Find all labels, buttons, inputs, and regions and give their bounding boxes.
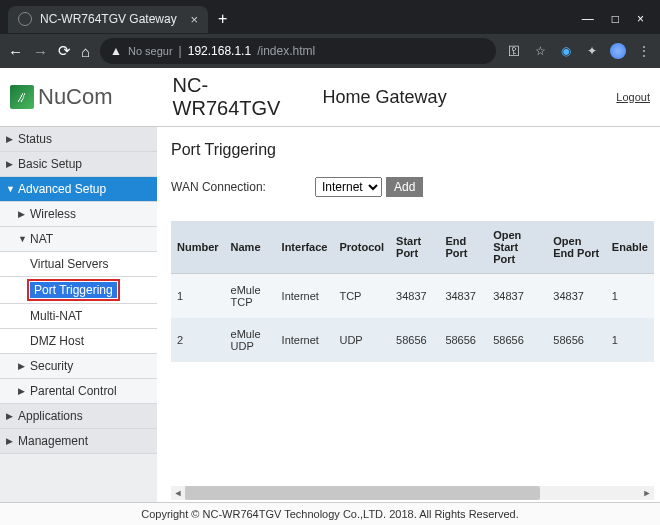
cell-enable: 1: [606, 274, 654, 319]
home-icon[interactable]: ⌂: [81, 43, 90, 60]
separator: |: [179, 44, 182, 58]
col-enable: Enable: [606, 221, 654, 274]
url-path: /index.html: [257, 44, 315, 58]
sidebar-item-applications[interactable]: ▶Applications: [0, 404, 157, 429]
col-open-end-port: Open End Port: [547, 221, 606, 274]
address-bar: ← → ⟳ ⌂ ▲ No segur | 192.168.1.1/index.h…: [0, 34, 660, 68]
horizontal-scrollbar[interactable]: ◄ ►: [171, 486, 654, 500]
sidebar-item-port-triggering[interactable]: Port Triggering: [0, 277, 157, 304]
page: ⫽ NuCom NC-WR764TGV Home Gateway Logout …: [0, 68, 660, 525]
chevron-right-icon: ▶: [6, 411, 14, 421]
sidebar-item-status[interactable]: ▶Status: [0, 127, 157, 152]
footer: Copyright © NC-WR764TGV Technology Co.,L…: [0, 502, 660, 525]
sidebar-item-nat[interactable]: ▼NAT: [0, 227, 157, 252]
cell-interface: Internet: [276, 318, 334, 362]
sidebar-item-basic-setup[interactable]: ▶Basic Setup: [0, 152, 157, 177]
url-field[interactable]: ▲ No segur | 192.168.1.1/index.html: [100, 38, 496, 64]
sidebar-item-dmz-host[interactable]: DMZ Host: [0, 329, 157, 354]
chevron-right-icon: ▶: [18, 209, 26, 219]
wan-select[interactable]: Internet: [315, 177, 382, 197]
table-row[interactable]: 2eMule UDPInternetUDP5865658656586565865…: [171, 318, 654, 362]
col-protocol: Protocol: [333, 221, 390, 274]
tab-strip: NC-WR764TGV Gateway × + — □ ×: [0, 0, 660, 34]
chevron-right-icon: ▶: [6, 436, 14, 446]
favicon-icon: [18, 12, 32, 26]
star-icon[interactable]: ☆: [532, 43, 548, 59]
cell-enable: 1: [606, 318, 654, 362]
logo-mark-icon: ⫽: [10, 85, 34, 109]
chevron-right-icon: ▶: [6, 134, 14, 144]
profile-avatar-icon[interactable]: [610, 43, 626, 59]
cell-open_end_port: 58656: [547, 318, 606, 362]
close-icon[interactable]: ×: [190, 12, 198, 27]
add-button[interactable]: Add: [386, 177, 423, 197]
security-label: No segur: [128, 45, 173, 57]
col-number: Number: [171, 221, 225, 274]
col-name: Name: [225, 221, 276, 274]
cell-number: 1: [171, 274, 225, 319]
content-area: Port Triggering WAN Connection: Internet…: [157, 127, 660, 502]
chevron-down-icon: ▼: [6, 184, 14, 194]
close-window-icon[interactable]: ×: [637, 12, 644, 26]
cell-name: eMule TCP: [225, 274, 276, 319]
sidebar-item-security[interactable]: ▶Security: [0, 354, 157, 379]
wan-label: WAN Connection:: [171, 180, 311, 194]
cell-start_port: 58656: [390, 318, 439, 362]
browser-tab[interactable]: NC-WR764TGV Gateway ×: [8, 6, 208, 33]
cell-name: eMule UDP: [225, 318, 276, 362]
chevron-right-icon: ▶: [6, 159, 14, 169]
window-controls: — □ ×: [582, 12, 652, 26]
sidebar: ▶Status ▶Basic Setup ▼Advanced Setup ▶Wi…: [0, 127, 157, 502]
copyright: Copyright © NC-WR764TGV Technology Co.,L…: [141, 508, 519, 520]
puzzle-icon[interactable]: ✦: [584, 43, 600, 59]
sidebar-item-virtual-servers[interactable]: Virtual Servers: [0, 252, 157, 277]
tab-title: NC-WR764TGV Gateway: [40, 12, 177, 26]
page-header: ⫽ NuCom NC-WR764TGV Home Gateway Logout: [0, 68, 660, 127]
sidebar-item-multi-nat[interactable]: Multi-NAT: [0, 304, 157, 329]
forward-icon[interactable]: →: [33, 43, 48, 60]
cell-open_start_port: 58656: [487, 318, 547, 362]
chevron-right-icon: ▶: [18, 361, 26, 371]
cell-end_port: 58656: [439, 318, 487, 362]
table-header-row: Number Name Interface Protocol Start Por…: [171, 221, 654, 274]
back-icon[interactable]: ←: [8, 43, 23, 60]
wan-connection-row: WAN Connection: Internet Add: [171, 177, 654, 197]
gateway-subtitle: Home Gateway: [323, 87, 447, 108]
port-trigger-table: Number Name Interface Protocol Start Por…: [171, 221, 654, 362]
new-tab-button[interactable]: +: [218, 10, 227, 28]
browser-chrome: NC-WR764TGV Gateway × + — □ × ← → ⟳ ⌂ ▲ …: [0, 0, 660, 68]
sidebar-item-parental-control[interactable]: ▶Parental Control: [0, 379, 157, 404]
col-start-port: Start Port: [390, 221, 439, 274]
maximize-icon[interactable]: □: [612, 12, 619, 26]
cell-open_start_port: 34837: [487, 274, 547, 319]
extension-icon[interactable]: ◉: [558, 43, 574, 59]
col-end-port: End Port: [439, 221, 487, 274]
table-row[interactable]: 1eMule TCPInternetTCP3483734837348373483…: [171, 274, 654, 319]
sidebar-item-wireless[interactable]: ▶Wireless: [0, 202, 157, 227]
cell-interface: Internet: [276, 274, 334, 319]
logout-link[interactable]: Logout: [616, 91, 650, 103]
col-interface: Interface: [276, 221, 334, 274]
scroll-thumb[interactable]: [185, 486, 540, 500]
brand-name: NuCom: [38, 84, 113, 110]
key-icon[interactable]: ⚿: [506, 43, 522, 59]
scroll-track[interactable]: [185, 486, 640, 500]
cell-protocol: UDP: [333, 318, 390, 362]
chevron-down-icon: ▼: [18, 234, 26, 244]
cell-start_port: 34837: [390, 274, 439, 319]
menu-icon[interactable]: ⋮: [636, 43, 652, 59]
toolbar-icons: ⚿ ☆ ◉ ✦ ⋮: [506, 43, 652, 59]
insecure-icon: ▲: [110, 44, 122, 58]
sidebar-item-management[interactable]: ▶Management: [0, 429, 157, 454]
scroll-right-icon[interactable]: ►: [640, 488, 654, 498]
page-body: ▶Status ▶Basic Setup ▼Advanced Setup ▶Wi…: [0, 127, 660, 502]
sidebar-item-advanced-setup[interactable]: ▼Advanced Setup: [0, 177, 157, 202]
minimize-icon[interactable]: —: [582, 12, 594, 26]
model-name: NC-WR764TGV: [173, 74, 313, 120]
chevron-right-icon: ▶: [18, 386, 26, 396]
cell-protocol: TCP: [333, 274, 390, 319]
scroll-left-icon[interactable]: ◄: [171, 488, 185, 498]
reload-icon[interactable]: ⟳: [58, 42, 71, 60]
col-open-start-port: Open Start Port: [487, 221, 547, 274]
cell-end_port: 34837: [439, 274, 487, 319]
